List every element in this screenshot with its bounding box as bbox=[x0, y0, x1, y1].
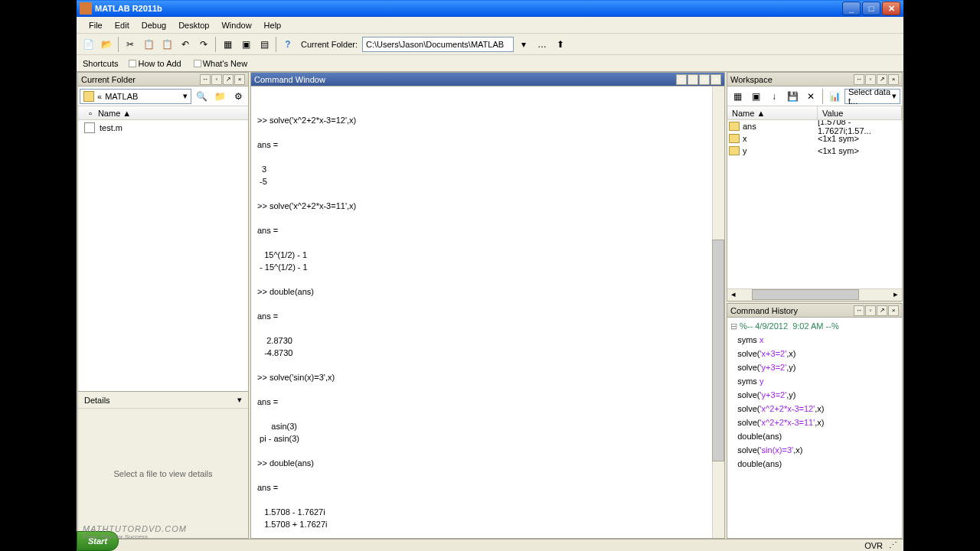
scroll-right-icon[interactable]: ▸ bbox=[890, 289, 902, 301]
close-pane-icon[interactable]: × bbox=[234, 74, 245, 85]
folder-icon[interactable]: 📁 bbox=[211, 88, 228, 105]
history-item[interactable]: solve('y+3=2',y) bbox=[730, 388, 899, 402]
browse-icon[interactable]: … bbox=[534, 36, 550, 53]
minimize-pane-icon[interactable]: ▫ bbox=[865, 305, 876, 316]
maximize-button[interactable]: □ bbox=[862, 2, 880, 15]
statusbar: OVR ⋰ bbox=[77, 539, 903, 551]
file-item[interactable]: test.m bbox=[78, 122, 248, 134]
menu-window[interactable]: Window bbox=[215, 19, 257, 31]
cmd-line: pi - asin(3) bbox=[257, 432, 718, 445]
history-item[interactable]: solve('y+3=2',y) bbox=[730, 360, 899, 374]
delete-icon[interactable]: ✕ bbox=[802, 88, 819, 105]
new-file-icon[interactable]: 📄 bbox=[80, 36, 96, 53]
close-pane-icon[interactable]: × bbox=[888, 305, 899, 316]
workspace-row[interactable]: ans[1.5708 - 1.7627i;1.57... bbox=[727, 120, 902, 132]
minimize-pane-icon[interactable]: ▫ bbox=[211, 74, 222, 85]
open-var-icon[interactable]: ▣ bbox=[747, 88, 764, 105]
app-window: MATLAB R2011b _ □ ✕ File Edit Debug Desk… bbox=[77, 0, 903, 551]
dock-icon[interactable]: ↔ bbox=[676, 74, 687, 85]
up-folder-icon[interactable]: ⬆ bbox=[552, 36, 569, 53]
folder-path[interactable]: « MATLAB ▾ bbox=[80, 89, 191, 104]
close-button[interactable]: ✕ bbox=[882, 2, 900, 15]
cmd-line: ans = bbox=[257, 310, 718, 322]
menu-file[interactable]: File bbox=[83, 19, 109, 31]
cmd-line: 3 bbox=[257, 163, 718, 175]
scrollbar-thumb[interactable] bbox=[752, 289, 859, 300]
menu-edit[interactable]: Edit bbox=[109, 19, 136, 31]
help-icon[interactable]: ? bbox=[279, 36, 296, 53]
history-item[interactable]: solve('sin(x)=3',x) bbox=[730, 443, 899, 457]
start-button[interactable]: Start bbox=[77, 531, 119, 551]
simulink-icon[interactable]: ▦ bbox=[219, 36, 236, 53]
minimize-pane-icon[interactable]: ▫ bbox=[865, 74, 876, 85]
history-item[interactable]: double(ans) bbox=[730, 429, 899, 443]
menu-desktop[interactable]: Desktop bbox=[172, 19, 215, 31]
maximize-pane-icon[interactable]: ↗ bbox=[699, 74, 710, 85]
history-item[interactable]: syms y bbox=[730, 374, 899, 388]
history-item[interactable]: solve('x^2+2*x-3=12',x) bbox=[730, 402, 899, 416]
file-list-header[interactable]: ▫ Name ▲ bbox=[78, 106, 248, 120]
cmd-line bbox=[257, 383, 718, 396]
import-icon[interactable]: ↓ bbox=[766, 88, 782, 105]
workspace-row[interactable]: x<1x1 sym> bbox=[727, 132, 902, 145]
cut-icon[interactable]: ✂ bbox=[122, 36, 139, 53]
shortcut-whats-new[interactable]: What's New bbox=[189, 57, 252, 70]
undo-icon[interactable]: ↶ bbox=[177, 36, 194, 53]
cmd-line: >> double(ans) bbox=[257, 285, 718, 298]
maximize-pane-icon[interactable]: ↗ bbox=[877, 305, 887, 316]
dock-icon[interactable]: ↔ bbox=[854, 74, 864, 85]
folder-icon bbox=[83, 91, 94, 102]
plot-selector[interactable]: Select data t... ▾ bbox=[844, 89, 900, 104]
minimize-pane-icon[interactable]: ▫ bbox=[688, 74, 698, 85]
command-history-pane: Command History ↔ ▫ ↗ × ⊟ %-- 4/9/2012 9… bbox=[727, 303, 903, 539]
scrollbar[interactable] bbox=[712, 86, 724, 538]
cmd-line bbox=[257, 494, 718, 506]
maximize-pane-icon[interactable]: ↗ bbox=[877, 74, 887, 85]
titlebar: MATLAB R2011b _ □ ✕ bbox=[77, 0, 903, 17]
command-window-body[interactable]: >> solve('x^2+2*x-3=12',x) ans = 3 -5 >>… bbox=[251, 86, 724, 538]
open-file-icon[interactable]: 📂 bbox=[98, 36, 115, 53]
chevron-down-icon[interactable]: ▾ bbox=[183, 91, 188, 101]
search-icon[interactable]: 🔍 bbox=[193, 88, 210, 105]
scroll-left-icon[interactable]: ◂ bbox=[727, 289, 740, 301]
dock-icon[interactable]: ↔ bbox=[200, 74, 211, 85]
save-icon[interactable]: 💾 bbox=[784, 88, 801, 105]
history-item[interactable]: double(ans) bbox=[730, 457, 899, 471]
col-value[interactable]: Value bbox=[818, 106, 902, 119]
file-icon: ▫ bbox=[89, 109, 92, 118]
close-pane-icon[interactable]: × bbox=[888, 74, 899, 85]
gear-icon[interactable]: ⚙ bbox=[230, 88, 247, 105]
dock-icon[interactable]: ↔ bbox=[854, 305, 864, 316]
new-var-icon[interactable]: ▦ bbox=[729, 88, 746, 105]
history-date[interactable]: ⊟ %-- 4/9/2012 9:02 AM --% bbox=[730, 319, 899, 333]
cmd-line: >> solve('x^2+2*x-3=11',x) bbox=[257, 200, 718, 212]
col-name[interactable]: Name ▲ bbox=[727, 106, 818, 119]
cmd-line bbox=[257, 322, 718, 334]
folder-nav: « MATLAB ▾ 🔍 📁 ⚙ bbox=[78, 86, 248, 106]
guide-icon[interactable]: ▣ bbox=[237, 36, 254, 53]
profiler-icon[interactable]: ▤ bbox=[256, 36, 273, 53]
history-item[interactable]: syms x bbox=[730, 333, 899, 347]
current-folder-input[interactable] bbox=[362, 37, 514, 52]
plot-icon[interactable]: 📊 bbox=[826, 88, 843, 105]
copy-icon[interactable]: 📋 bbox=[140, 36, 157, 53]
var-icon bbox=[729, 146, 740, 155]
details-header[interactable]: Details ▾ bbox=[78, 391, 248, 408]
workspace-row[interactable]: y<1x1 sym> bbox=[727, 145, 902, 157]
menu-help[interactable]: Help bbox=[258, 19, 288, 31]
paste-icon[interactable]: 📋 bbox=[158, 36, 175, 53]
menu-debug[interactable]: Debug bbox=[136, 19, 172, 31]
scrollbar-thumb[interactable] bbox=[712, 240, 724, 461]
history-item[interactable]: solve('x+3=2',x) bbox=[730, 347, 899, 360]
chevron-down-icon: ▾ bbox=[237, 395, 242, 405]
shortcut-how-to-add[interactable]: How to Add bbox=[124, 57, 185, 70]
h-scrollbar[interactable]: ◂ ▸ bbox=[727, 289, 902, 301]
history-body[interactable]: ⊟ %-- 4/9/2012 9:02 AM --% syms x solve(… bbox=[727, 318, 902, 538]
redo-icon[interactable]: ↷ bbox=[195, 36, 212, 53]
maximize-pane-icon[interactable]: ↗ bbox=[223, 74, 234, 85]
resize-grip-icon[interactable]: ⋰ bbox=[889, 540, 897, 550]
minimize-button[interactable]: _ bbox=[842, 2, 861, 15]
close-pane-icon[interactable]: × bbox=[710, 74, 721, 85]
dropdown-icon[interactable]: ▾ bbox=[515, 36, 532, 53]
history-item[interactable]: solve('x^2+2*x-3=11',x) bbox=[730, 416, 899, 429]
